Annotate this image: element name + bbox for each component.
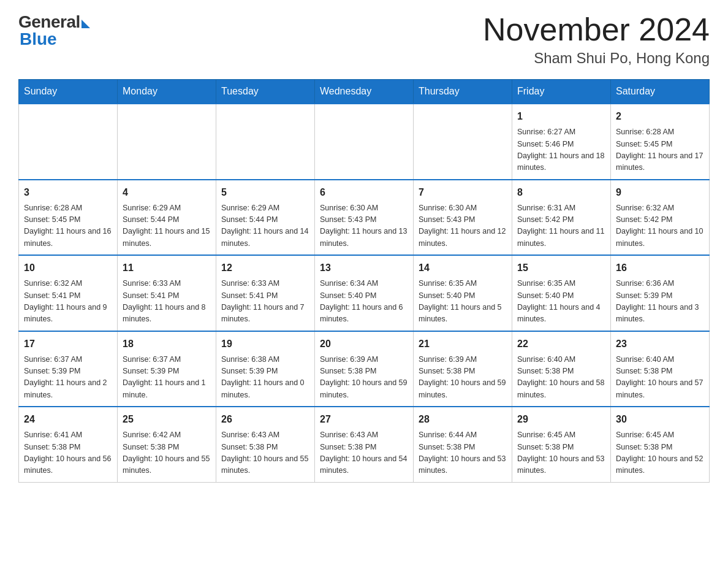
day-cell: 23Sunrise: 6:40 AMSunset: 5:38 PMDayligh… <box>611 331 710 407</box>
day-cell: 1Sunrise: 6:27 AMSunset: 5:46 PMDaylight… <box>512 104 611 180</box>
day-cell: 14Sunrise: 6:35 AMSunset: 5:40 PMDayligh… <box>414 255 512 331</box>
weekday-header-saturday: Saturday <box>611 80 710 104</box>
day-number: 24 <box>24 412 112 427</box>
day-number: 29 <box>517 412 605 427</box>
day-number: 6 <box>320 185 408 200</box>
day-info: Sunrise: 6:34 AMSunset: 5:40 PMDaylight:… <box>320 278 408 326</box>
day-number: 30 <box>616 412 704 427</box>
week-row-3: 17Sunrise: 6:37 AMSunset: 5:39 PMDayligh… <box>19 331 710 407</box>
day-number: 27 <box>320 412 408 427</box>
day-number: 15 <box>517 261 605 275</box>
day-number: 16 <box>616 261 704 275</box>
week-row-4: 24Sunrise: 6:41 AMSunset: 5:38 PMDayligh… <box>19 407 710 482</box>
day-number: 1 <box>517 109 605 124</box>
day-cell: 13Sunrise: 6:34 AMSunset: 5:40 PMDayligh… <box>315 255 414 331</box>
day-info: Sunrise: 6:28 AMSunset: 5:45 PMDaylight:… <box>616 126 704 174</box>
day-cell: 25Sunrise: 6:42 AMSunset: 5:38 PMDayligh… <box>118 407 216 482</box>
day-info: Sunrise: 6:40 AMSunset: 5:38 PMDaylight:… <box>616 354 704 402</box>
day-cell: 19Sunrise: 6:38 AMSunset: 5:39 PMDayligh… <box>216 331 315 407</box>
day-cell: 26Sunrise: 6:43 AMSunset: 5:38 PMDayligh… <box>216 407 315 482</box>
day-cell <box>414 104 512 180</box>
day-info: Sunrise: 6:33 AMSunset: 5:41 PMDaylight:… <box>221 278 309 326</box>
day-cell: 5Sunrise: 6:29 AMSunset: 5:44 PMDaylight… <box>216 180 315 256</box>
day-info: Sunrise: 6:29 AMSunset: 5:44 PMDaylight:… <box>123 202 211 250</box>
day-info: Sunrise: 6:27 AMSunset: 5:46 PMDaylight:… <box>517 126 605 174</box>
day-cell: 16Sunrise: 6:36 AMSunset: 5:39 PMDayligh… <box>611 255 710 331</box>
page-header: General Blue November 2024 Sham Shui Po,… <box>18 12 710 67</box>
location-title: Sham Shui Po, Hong Kong <box>483 50 710 67</box>
day-number: 10 <box>24 261 112 275</box>
weekday-header-thursday: Thursday <box>414 80 512 104</box>
day-number: 2 <box>616 109 704 124</box>
day-cell: 6Sunrise: 6:30 AMSunset: 5:43 PMDaylight… <box>315 180 414 256</box>
day-info: Sunrise: 6:45 AMSunset: 5:38 PMDaylight:… <box>616 429 704 477</box>
day-cell: 3Sunrise: 6:28 AMSunset: 5:45 PMDaylight… <box>19 180 118 256</box>
day-cell: 27Sunrise: 6:43 AMSunset: 5:38 PMDayligh… <box>315 407 414 482</box>
day-info: Sunrise: 6:38 AMSunset: 5:39 PMDaylight:… <box>221 354 309 402</box>
day-cell: 20Sunrise: 6:39 AMSunset: 5:38 PMDayligh… <box>315 331 414 407</box>
day-cell <box>19 104 118 180</box>
day-number: 13 <box>320 261 408 275</box>
day-cell: 4Sunrise: 6:29 AMSunset: 5:44 PMDaylight… <box>118 180 216 256</box>
weekday-header-friday: Friday <box>512 80 611 104</box>
day-info: Sunrise: 6:33 AMSunset: 5:41 PMDaylight:… <box>123 278 211 326</box>
day-cell: 12Sunrise: 6:33 AMSunset: 5:41 PMDayligh… <box>216 255 315 331</box>
day-number: 22 <box>517 337 605 351</box>
week-row-0: 1Sunrise: 6:27 AMSunset: 5:46 PMDaylight… <box>19 104 710 180</box>
day-cell: 22Sunrise: 6:40 AMSunset: 5:38 PMDayligh… <box>512 331 611 407</box>
day-cell <box>315 104 414 180</box>
day-cell: 24Sunrise: 6:41 AMSunset: 5:38 PMDayligh… <box>19 407 118 482</box>
day-cell: 9Sunrise: 6:32 AMSunset: 5:42 PMDaylight… <box>611 180 710 256</box>
day-info: Sunrise: 6:40 AMSunset: 5:38 PMDaylight:… <box>517 354 605 402</box>
day-number: 9 <box>616 185 704 200</box>
day-cell <box>216 104 315 180</box>
day-number: 8 <box>517 185 605 200</box>
day-info: Sunrise: 6:35 AMSunset: 5:40 PMDaylight:… <box>419 278 507 326</box>
day-number: 11 <box>123 261 211 275</box>
day-info: Sunrise: 6:32 AMSunset: 5:41 PMDaylight:… <box>24 278 112 326</box>
day-cell: 30Sunrise: 6:45 AMSunset: 5:38 PMDayligh… <box>611 407 710 482</box>
day-number: 25 <box>123 412 211 427</box>
day-cell: 17Sunrise: 6:37 AMSunset: 5:39 PMDayligh… <box>19 331 118 407</box>
day-cell: 2Sunrise: 6:28 AMSunset: 5:45 PMDaylight… <box>611 104 710 180</box>
day-cell: 11Sunrise: 6:33 AMSunset: 5:41 PMDayligh… <box>118 255 216 331</box>
weekday-header-wednesday: Wednesday <box>315 80 414 104</box>
day-number: 18 <box>123 337 211 351</box>
day-cell: 10Sunrise: 6:32 AMSunset: 5:41 PMDayligh… <box>19 255 118 331</box>
week-row-1: 3Sunrise: 6:28 AMSunset: 5:45 PMDaylight… <box>19 180 710 256</box>
day-number: 23 <box>616 337 704 351</box>
calendar-table: SundayMondayTuesdayWednesdayThursdayFrid… <box>18 79 710 483</box>
logo: General Blue <box>18 12 90 49</box>
weekday-header-sunday: Sunday <box>19 80 118 104</box>
day-info: Sunrise: 6:43 AMSunset: 5:38 PMDaylight:… <box>320 429 408 477</box>
day-number: 5 <box>221 185 309 200</box>
day-info: Sunrise: 6:31 AMSunset: 5:42 PMDaylight:… <box>517 202 605 250</box>
day-info: Sunrise: 6:39 AMSunset: 5:38 PMDaylight:… <box>419 354 507 402</box>
day-info: Sunrise: 6:29 AMSunset: 5:44 PMDaylight:… <box>221 202 309 250</box>
day-info: Sunrise: 6:32 AMSunset: 5:42 PMDaylight:… <box>616 202 704 250</box>
day-info: Sunrise: 6:28 AMSunset: 5:45 PMDaylight:… <box>24 202 112 250</box>
day-cell: 29Sunrise: 6:45 AMSunset: 5:38 PMDayligh… <box>512 407 611 482</box>
day-info: Sunrise: 6:44 AMSunset: 5:38 PMDaylight:… <box>419 429 507 477</box>
day-number: 3 <box>24 185 112 200</box>
day-cell: 21Sunrise: 6:39 AMSunset: 5:38 PMDayligh… <box>414 331 512 407</box>
day-info: Sunrise: 6:36 AMSunset: 5:39 PMDaylight:… <box>616 278 704 326</box>
title-section: November 2024 Sham Shui Po, Hong Kong <box>483 12 710 67</box>
logo-triangle-icon <box>82 20 90 28</box>
day-info: Sunrise: 6:42 AMSunset: 5:38 PMDaylight:… <box>123 429 211 477</box>
day-info: Sunrise: 6:39 AMSunset: 5:38 PMDaylight:… <box>320 354 408 402</box>
day-number: 12 <box>221 261 309 275</box>
week-row-2: 10Sunrise: 6:32 AMSunset: 5:41 PMDayligh… <box>19 255 710 331</box>
day-number: 21 <box>419 337 507 351</box>
day-number: 26 <box>221 412 309 427</box>
day-cell <box>118 104 216 180</box>
logo-blue-text: Blue <box>20 29 57 49</box>
day-info: Sunrise: 6:30 AMSunset: 5:43 PMDaylight:… <box>419 202 507 250</box>
day-info: Sunrise: 6:43 AMSunset: 5:38 PMDaylight:… <box>221 429 309 477</box>
day-info: Sunrise: 6:37 AMSunset: 5:39 PMDaylight:… <box>123 354 211 402</box>
weekday-header-monday: Monday <box>118 80 216 104</box>
day-number: 4 <box>123 185 211 200</box>
day-info: Sunrise: 6:35 AMSunset: 5:40 PMDaylight:… <box>517 278 605 326</box>
day-info: Sunrise: 6:45 AMSunset: 5:38 PMDaylight:… <box>517 429 605 477</box>
day-number: 14 <box>419 261 507 275</box>
